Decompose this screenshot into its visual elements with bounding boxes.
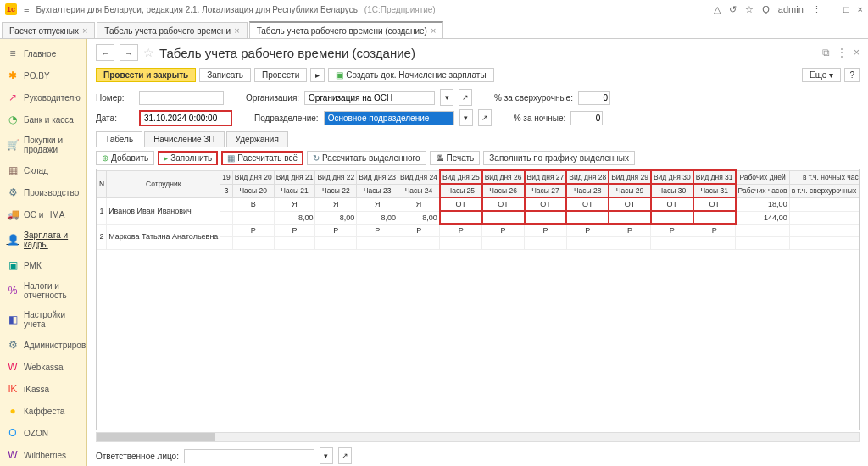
app-title: Бухгалтерия для Беларуси, редакция 2.1. … (36, 5, 357, 14)
sidebar-item-12[interactable]: ⚙Администрирование (0, 334, 86, 356)
plus-icon: ⊕ (102, 153, 108, 163)
subtab-accrual[interactable]: Начисление ЗП (144, 131, 224, 147)
sidebar-item-4[interactable]: 🛒Покупки и продажи (0, 130, 86, 159)
write-button[interactable]: Записать (199, 68, 251, 82)
sidebar-item-label: Webkassa (24, 363, 64, 372)
night-label: % за ночные: (514, 114, 566, 123)
app-subtitle: (1С:Предприятие) (364, 5, 436, 14)
tab-timesheet-create[interactable]: Табель учета рабочего времени (создание)… (249, 21, 444, 38)
overtime-label: % за сверхурочные: (494, 93, 573, 103)
help-button[interactable]: ? (844, 68, 860, 82)
sidebar-item-0[interactable]: ≡Главное (0, 42, 86, 64)
fill-button[interactable]: ▸Заполнить (158, 151, 218, 165)
responsible-field[interactable] (184, 449, 314, 463)
sidebar-icon: ● (7, 405, 19, 417)
sidebar-item-label: Главное (24, 49, 56, 58)
calc-selected-button[interactable]: ↻Рассчитать выделенного (307, 151, 426, 165)
subtab-timesheet[interactable]: Табель (96, 131, 142, 147)
link-icon[interactable]: ⧉ (822, 47, 830, 58)
post-icon-button[interactable]: ▸ (310, 68, 325, 82)
sidebar-item-1[interactable]: ✱PO.BY (0, 64, 86, 86)
sidebar-item-label: Налоги и отчетность (24, 281, 80, 300)
sidebar-item-2[interactable]: ↗Руководителю (0, 86, 86, 108)
sidebar-item-13[interactable]: WWebkassa (0, 356, 86, 378)
more-button[interactable]: Еще ▾ (802, 68, 841, 82)
org-dropdown[interactable]: ▾ (440, 89, 453, 106)
sidebar-item-11[interactable]: ◧Настройки учета (0, 305, 86, 334)
sidebar-item-label: Wildberries (24, 451, 66, 460)
horizontal-scrollbar[interactable] (96, 432, 860, 442)
app-logo: 1c (5, 3, 17, 15)
sidebar-icon: % (7, 285, 19, 297)
responsible-dropdown[interactable]: ▾ (320, 447, 333, 464)
sidebar-item-9[interactable]: ▣РМК (0, 254, 86, 276)
close-icon[interactable]: × (854, 47, 860, 58)
tab-timesheet[interactable]: Табель учета рабочего времени× (97, 22, 247, 38)
table-row[interactable]: 1Иванов Иван ИвановичВЯЯЯЯОТОТОТОТОТОТОТ… (97, 197, 860, 211)
sidebar-icon: 🛒 (7, 139, 19, 151)
sidebar-item-3[interactable]: ◔Банк и касса (0, 108, 86, 130)
settings-icon[interactable]: ⋮ (812, 4, 821, 15)
page-title: Табель учета рабочего времени (создание) (159, 46, 415, 60)
user-label[interactable]: admin (778, 4, 804, 14)
post-button[interactable]: Провести (254, 68, 307, 82)
sidebar-item-15[interactable]: ●Каффеста (0, 400, 86, 422)
sidebar-item-label: Каффеста (24, 407, 64, 416)
bell-icon[interactable]: △ (714, 4, 721, 15)
sidebar-item-label: Склад (24, 166, 48, 175)
div-dropdown[interactable]: ▾ (459, 109, 473, 126)
division-field[interactable] (324, 111, 454, 125)
create-payroll-doc-button[interactable]: ▣Создать док. Начисление зарплаты (328, 68, 493, 82)
print-button[interactable]: 🖶Печать (430, 151, 481, 165)
refresh-icon: ↻ (313, 153, 320, 163)
sidebar-item-label: OZON (24, 429, 48, 438)
division-label: Подразделение: (254, 114, 319, 123)
sidebar-item-6[interactable]: ⚙Производство (0, 181, 86, 203)
sidebar-item-5[interactable]: ▦Склад (0, 159, 86, 181)
date-label: Дата: (96, 114, 134, 123)
sidebar-icon: iK (7, 383, 19, 395)
table-row[interactable]: 2Маркова Татьяна АнатольевнаРРРРРРРРРРРР… (97, 224, 860, 237)
div-open[interactable]: ↗ (478, 109, 492, 126)
conduct-close-button[interactable]: Провести и закрыть (96, 68, 196, 82)
subtab-deduction[interactable]: Удержания (226, 131, 288, 147)
sidebar-item-16[interactable]: OOZON (0, 422, 86, 444)
forward-button[interactable]: → (120, 44, 138, 61)
sidebar-icon: 🚚 (7, 208, 19, 220)
sidebar: ≡Главное✱PO.BY↗Руководителю◔Банк и касса… (0, 39, 87, 466)
calc-all-button[interactable]: ▦Рассчитать всё (221, 151, 303, 165)
sidebar-item-17[interactable]: WWildberries (0, 444, 86, 466)
close-icon[interactable]: × (858, 4, 863, 14)
maximize-icon[interactable]: □ (843, 4, 849, 14)
back-button[interactable]: ← (96, 44, 114, 61)
hamburger-icon[interactable]: ≡ (24, 4, 29, 14)
minimize-icon[interactable]: _ (830, 4, 835, 14)
sidebar-item-label: Руководителю (24, 93, 81, 103)
sidebar-icon: ⚙ (7, 186, 19, 198)
history-icon[interactable]: ↺ (729, 4, 737, 15)
add-button[interactable]: ⊕Добавить (96, 151, 154, 165)
search-icon[interactable]: Q (762, 4, 770, 14)
menu-icon[interactable]: ⋮ (837, 47, 847, 58)
fill-by-graph-button[interactable]: Заполнить по графику выделенных (483, 151, 635, 165)
org-open[interactable]: ↗ (459, 89, 472, 106)
sidebar-item-7[interactable]: 🚚ОС и НМА (0, 203, 86, 225)
close-icon[interactable]: × (431, 25, 436, 36)
sidebar-icon: ≡ (7, 47, 19, 59)
sidebar-item-10[interactable]: %Налоги и отчетность (0, 276, 86, 305)
org-field[interactable] (304, 91, 435, 105)
favorite-toggle[interactable]: ☆ (143, 46, 154, 59)
tab-payroll-vacation[interactable]: Расчет отпускных× (2, 22, 95, 38)
close-icon[interactable]: × (82, 25, 87, 36)
sidebar-item-14[interactable]: iKiKassa (0, 378, 86, 400)
overtime-field[interactable] (578, 91, 610, 105)
date-field[interactable] (139, 110, 232, 126)
favorite-icon[interactable]: ☆ (745, 4, 754, 15)
night-field[interactable] (570, 111, 603, 125)
sidebar-item-label: ОС и НМА (24, 210, 64, 219)
number-field[interactable] (139, 91, 224, 105)
close-icon[interactable]: × (234, 25, 239, 36)
responsible-open[interactable]: ↗ (338, 447, 352, 464)
sidebar-item-8[interactable]: 👤Зарплата и кадры (0, 225, 86, 254)
timesheet-grid[interactable]: NСотрудник19Вид дня 20Вид дня 21Вид дня … (96, 169, 860, 430)
